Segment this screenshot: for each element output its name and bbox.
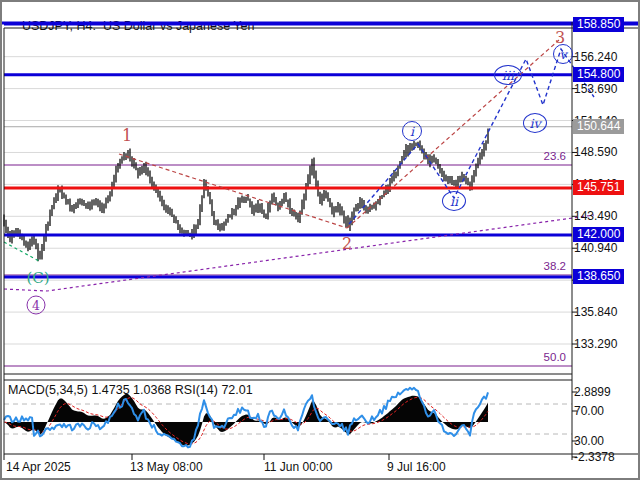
indicator-name: MACD(5,34,5) (8, 383, 88, 397)
wave-number-label: 1 (122, 126, 132, 145)
indicator-axis-label: -2.3378 (574, 450, 615, 464)
time-axis-label: 9 Jul 16:00 (387, 460, 446, 474)
time-axis-label: 13 May 08:00 (130, 460, 203, 474)
indicator-axis-label: 2.8899 (574, 385, 611, 399)
indicator-axis-label: 30.00 (574, 434, 604, 448)
indicator-macd-value: 1.4735 (91, 383, 129, 397)
price-axis-label: 133.290 (574, 337, 617, 351)
time-axis-label: 14 Apr 2025 (6, 460, 71, 474)
price-axis-label: 153.690 (574, 82, 617, 96)
price-axis-label: 143.490 (574, 209, 617, 223)
wave-iii-circled-label: iii (494, 65, 522, 85)
price-axis-label: 140.940 (574, 241, 617, 255)
price-level-label: 150.644 (573, 119, 624, 134)
indicator-axis-label: 70.00 (574, 404, 604, 418)
price-level-label: 142.000 (573, 227, 624, 242)
chart-window: USDJPY, H4: US Dollar vs Japanese Yen 15… (0, 0, 640, 480)
price-level-label: 154.800 (573, 67, 624, 82)
fibonacci-level-label: 38.2 (544, 260, 566, 272)
price-level-label: 145.751 (573, 180, 624, 195)
price-level-label: 158.850 (573, 17, 624, 32)
price-axis-label: 156.240 (574, 50, 617, 64)
indicator-rsi-value: 72.01 (221, 383, 252, 397)
wave-number-label: 2 (342, 234, 352, 253)
indicator-legend: MACD(5,34,5) 1.4735 1.0368 RSI(14) 72.01 (8, 383, 253, 397)
price-axis-label: 135.840 (574, 305, 617, 319)
wave-4-circled-label: 4 (27, 296, 46, 315)
price-level-label: 138.650 (573, 269, 624, 284)
indicator-rsi-name: RSI(14) (175, 383, 218, 397)
wave-i-circled-label: i (402, 121, 422, 141)
wave-c-label: (C) (26, 269, 49, 287)
price-chart-canvas[interactable] (2, 2, 640, 480)
time-axis-label: 11 Jun 00:00 (264, 460, 333, 474)
wave-ii-circled-label: ii (442, 191, 466, 211)
wave-iv-circled-label: iv (523, 113, 547, 133)
indicator-signal-value: 1.0368 (133, 383, 171, 397)
wave-v-circled-label: v (553, 44, 573, 64)
fibonacci-level-label: 50.0 (544, 351, 566, 363)
fibonacci-level-label: 23.6 (544, 150, 566, 162)
price-axis-label: 148.590 (574, 145, 617, 159)
